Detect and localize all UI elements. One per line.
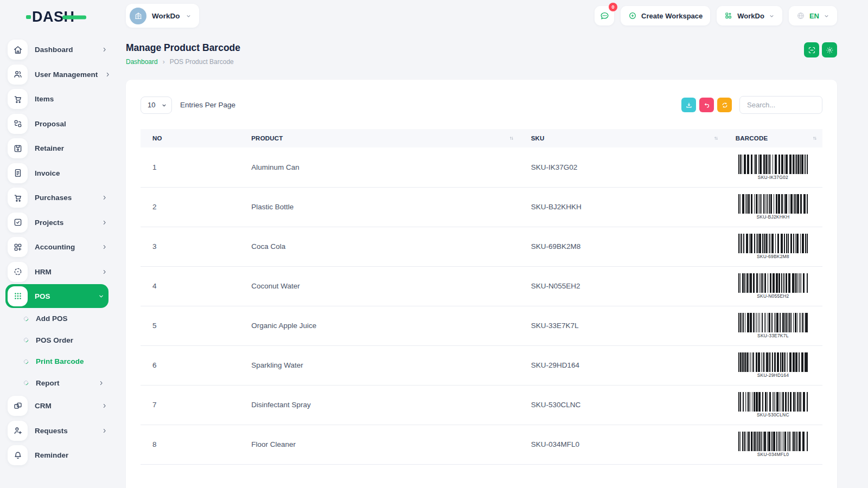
export-button[interactable]: [681, 98, 696, 112]
crm-icon: [8, 396, 28, 416]
cell-sku: SKU-IK37G02: [519, 147, 724, 187]
sidebar-item-hrm[interactable]: HRM: [8, 260, 107, 285]
reset-button[interactable]: [699, 98, 714, 112]
entries-per-page-select[interactable]: 10: [141, 97, 172, 114]
sidebar-item-invoice[interactable]: Invoice: [8, 161, 107, 186]
cell-barcode: SKU-69BK2M8: [724, 227, 822, 266]
sort-icon[interactable]: [508, 135, 515, 142]
sidebar-item-pos[interactable]: POS: [5, 284, 108, 308]
barcode-card: 10 Entries Per Page: [126, 80, 837, 488]
main-area: WorkDo 0 Create Workspace WorkDo: [114, 0, 868, 488]
table-controls: 10 Entries Per Page: [141, 96, 822, 114]
dot-icon: [23, 380, 29, 386]
sidebar-subitem-pos-order[interactable]: POS Order: [8, 330, 107, 351]
sidebar-item-crm[interactable]: CRM: [8, 394, 107, 419]
barcode-label: SKU-BJ2KHKH: [756, 214, 789, 220]
sidebar-item-label: HRM: [35, 268, 94, 276]
workspace-switcher[interactable]: WorkDo: [126, 4, 199, 28]
sidebar-item-label: Requests: [35, 427, 94, 435]
barcode-image: SKU-BJ2KHKH: [738, 194, 808, 220]
dot-icon: [23, 316, 29, 322]
sidebar-nav: DashboardUser ManagementItemsProposalRet…: [0, 33, 114, 468]
sidebar-item-purchases[interactable]: Purchases: [8, 185, 107, 210]
table-row: 4Coconut WaterSKU-N055EH2SKU-N055EH2: [141, 266, 822, 306]
cell-sku: SKU-034MFL0: [519, 425, 724, 464]
check-square-icon: [8, 213, 28, 233]
sidebar-item-user-management[interactable]: User Management: [8, 62, 107, 87]
refresh-button[interactable]: [717, 98, 732, 112]
page-head: Manage Product Barcode Dashboard › POS P…: [126, 42, 837, 66]
page-title: Manage Product Barcode: [126, 42, 240, 54]
sort-icon[interactable]: [812, 135, 818, 142]
cart-icon: [8, 188, 28, 208]
sidebar-item-retainer[interactable]: Retainer: [8, 136, 107, 161]
invoice-icon: [8, 163, 28, 183]
sidebar-item-accounting[interactable]: Accounting: [8, 235, 107, 260]
cell-product: Sparkling Water: [239, 345, 519, 385]
sidebar-subitem-add-pos[interactable]: Add POS: [8, 308, 107, 330]
sidebar-item-reminder[interactable]: Reminder: [8, 443, 107, 468]
chevron-right-icon: [101, 269, 107, 275]
home-icon: [8, 40, 28, 60]
entries-per-page-label: Entries Per Page: [180, 101, 235, 109]
barcode-table: NOPRODUCTSKUBARCODE 1Aluminum CanSKU-IK3…: [141, 129, 822, 465]
messages-badge: 0: [609, 3, 617, 11]
cell-no: 7: [141, 385, 239, 425]
search-input[interactable]: [739, 96, 822, 114]
sidebar-item-label: Proposal: [35, 120, 107, 128]
language-code: EN: [809, 12, 819, 20]
cell-product: Coconut Water: [239, 266, 519, 306]
cell-barcode: SKU-N055EH2: [724, 266, 822, 306]
barcode-scan-button[interactable]: [804, 42, 819, 57]
column-header-sku[interactable]: SKU: [519, 129, 724, 147]
sidebar-item-label: POS: [35, 292, 91, 300]
workspace-name: WorkDo: [152, 12, 180, 20]
accounting-icon: [8, 237, 28, 257]
sidebar-subitem-label: POS Order: [36, 336, 107, 344]
workdo-menu-button[interactable]: WorkDo: [717, 6, 782, 25]
sidebar-item-label: Projects: [35, 219, 94, 227]
chevron-right-icon: [101, 195, 107, 201]
sidebar-item-dashboard[interactable]: Dashboard: [8, 37, 107, 62]
table-row: 1Aluminum CanSKU-IK37G02SKU-IK37G02: [141, 147, 822, 187]
chat-icon: [599, 11, 610, 21]
table-row: 7Disinfectant SpraySKU-530CLNCSKU-530CLN…: [141, 385, 822, 425]
column-header-product[interactable]: PRODUCT: [239, 129, 519, 147]
scan-icon: [808, 46, 816, 54]
dot-icon: [23, 337, 29, 343]
sidebar-item-label: Retainer: [35, 144, 107, 152]
chevron-right-icon: [101, 244, 107, 250]
sort-icon[interactable]: [713, 135, 719, 142]
sidebar-item-label: User Management: [35, 70, 98, 79]
cell-no: 5: [141, 306, 239, 345]
sidebar-subitem-label: Add POS: [36, 314, 107, 323]
download-icon: [685, 101, 693, 109]
sidebar-subitem-label: Print Barcode: [36, 357, 107, 365]
sidebar-subitem-report[interactable]: Report: [8, 373, 107, 394]
page-actions: [804, 42, 837, 57]
sidebar-subitem-print-barcode[interactable]: Print Barcode: [8, 351, 107, 373]
chevron-right-icon: [101, 220, 107, 226]
barcode-label: SKU-29HD164: [757, 373, 789, 378]
settings-button[interactable]: [822, 42, 837, 57]
cell-barcode: SKU-IK37G02: [724, 147, 822, 187]
column-header-barcode[interactable]: BARCODE: [724, 129, 822, 147]
messages-button[interactable]: 0: [595, 6, 614, 25]
sidebar-item-items[interactable]: Items: [8, 87, 107, 112]
cell-sku: SKU-33E7K7L: [519, 306, 724, 345]
create-workspace-button[interactable]: Create Workspace: [621, 6, 710, 25]
language-selector[interactable]: EN: [789, 6, 837, 25]
sidebar-item-proposal[interactable]: Proposal: [8, 112, 107, 137]
sidebar: DASH DashboardUser ManagementItemsPropos…: [0, 0, 114, 488]
breadcrumb-dashboard-link[interactable]: Dashboard: [126, 58, 158, 66]
sidebar-item-label: CRM: [35, 402, 94, 410]
sidebar-item-requests[interactable]: Requests: [8, 419, 107, 444]
cell-product: Floor Cleaner: [239, 425, 519, 464]
bell-icon: [8, 445, 28, 465]
barcode-image: SKU-33E7K7L: [738, 313, 808, 338]
sidebar-item-projects[interactable]: Projects: [8, 210, 107, 235]
barcode-image: SKU-29HD164: [738, 352, 808, 378]
grid-plus-icon: [724, 11, 733, 20]
chevron-right-icon: [101, 428, 107, 434]
chevron-right-icon: [105, 72, 111, 78]
